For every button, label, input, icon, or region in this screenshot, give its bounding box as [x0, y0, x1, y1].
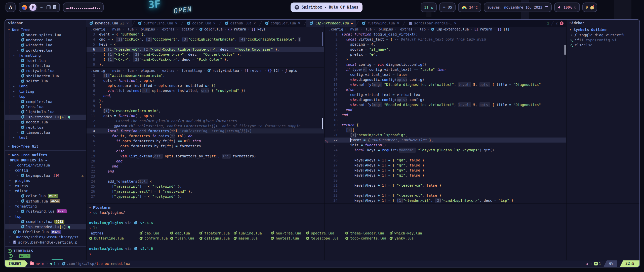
breadcrumb-item[interactable]: .config [91, 69, 105, 73]
breadcrumb-item[interactable]: return [480, 27, 492, 31]
tree-row[interactable]: │ │ lightbulb.lua [5, 109, 86, 114]
gamepad-workspace-icon[interactable]: ∞ [39, 5, 44, 10]
weather-widget[interactable]: 24°C [458, 3, 481, 12]
firefox-workspace-icon[interactable] [22, 5, 27, 10]
updates-widget[interactable]: 11 ↻ [421, 3, 437, 12]
tree-row[interactable]: ~#2859 [5, 253, 86, 258]
neovim-workspace-icon-active[interactable]: V [29, 4, 36, 11]
document-workspace-icon[interactable] [53, 5, 56, 9]
breadcrumb-item[interactable]: extras [400, 27, 413, 31]
breadcrumb-item[interactable]: rustywind.lua [212, 69, 239, 73]
tree-row[interactable]: │ │ color.lua#493 [5, 193, 86, 198]
tree-row[interactable]: ▾.config/nvim/lua [5, 163, 86, 168]
breadcrumb-item[interactable]: plugins [141, 27, 155, 31]
breadcrumb-item[interactable]: plugins [379, 27, 393, 31]
tree-row[interactable]: ▾plugins [5, 178, 86, 183]
tree-row[interactable]: └ bufferline.lua#328 [5, 229, 86, 234]
tab-close-icon[interactable]: × [254, 21, 256, 25]
tab-close-icon[interactable]: × [127, 21, 129, 25]
keyboard-layout-widget[interactable]: ⌨ US [439, 3, 456, 12]
tree-row[interactable]: │ └ timeout.lua [5, 130, 86, 135]
tree-row[interactable]: OPEN BUFFERS in ~ [5, 157, 86, 162]
editor-tab[interactable]: compiler.lua× [262, 20, 304, 27]
section-header[interactable]: ▸Neo-Tree Git [5, 144, 86, 149]
breadcrumb-item[interactable]: lua [128, 69, 134, 73]
tab-close-icon[interactable]: × [397, 21, 399, 25]
breadcrumb-item[interactable]: nvim [350, 27, 358, 31]
tree-row[interactable]: if if type(config.vi [567, 38, 639, 43]
breadcrumb-item[interactable]: plugins [141, 69, 155, 73]
tree-row[interactable]: │ │ undotree.lua [5, 38, 86, 43]
tree-row[interactable]: │ │ lsp-extended.lu[+] [5, 115, 86, 120]
tree-row[interactable]: │ ▸lang [5, 84, 86, 89]
tree-row[interactable]: ▾Juegos/Indies/SteamLibrary/st [5, 234, 86, 240]
tree-row[interactable]: │ └ keymaps.lua#10⚠ [5, 173, 86, 178]
breadcrumb-item[interactable]: return [234, 27, 246, 31]
window-separator[interactable] [86, 67, 324, 67]
floaterm-header[interactable]: ▾ Floaterm [86, 204, 640, 210]
tree-row[interactable]: ▾toggle_diag_virtext fu [567, 32, 639, 37]
tree-row[interactable]: └ scrollbar-handle-vertical.p [5, 240, 86, 245]
tree-row[interactable]: │ ▾lsp [5, 94, 86, 99]
tree-row[interactable]: │ │ winshift.lua [5, 43, 86, 48]
scrollbar-thumb[interactable] [565, 45, 566, 55]
tree-row[interactable]: │ └ sqlfmt.lua [5, 79, 86, 84]
breadcrumb-item[interactable]: opts [289, 69, 297, 73]
breadcrumb-item[interactable]: keys [257, 27, 266, 31]
tree-row[interactable]: │ └ rustywind.lua#726 [5, 209, 86, 214]
tree-row[interactable]: │ │ compiler.lua#682 [5, 219, 86, 224]
tree-row[interactable]: ▾extras [5, 183, 86, 188]
tree-row[interactable]: │ │ rustfmt.lua [5, 63, 86, 68]
breadcrumb-item[interactable]: .config [91, 27, 105, 31]
scrollbar-thumb[interactable] [322, 32, 323, 46]
breadcrumb-item[interactable]: color.lua [204, 27, 223, 31]
breadcrumb-item[interactable]: [2] [274, 69, 280, 73]
breadcrumb-item[interactable]: .config [329, 27, 343, 31]
tab-close-icon[interactable]: × [298, 21, 300, 25]
tree-row[interactable]: │ │ lens.lua [5, 104, 86, 109]
breadcrumb-item[interactable]: nvim [112, 69, 120, 73]
editor-pane-rustywind-lua[interactable]: 3 [1]"williamboman/mason.nvim",4 opts = … [87, 73, 324, 203]
tree-row[interactable]: │ │ rustywind.lua [5, 68, 86, 73]
breadcrumb-item[interactable]: return [250, 69, 262, 73]
breadcrumb-item[interactable]: lua [366, 27, 372, 31]
editor-pane-lsp-extended-lua[interactable]: 1local function toggle_diag_virtext()2 l… [325, 32, 566, 203]
tree-row[interactable]: │ │ isort.lua [5, 58, 86, 63]
tree-row[interactable]: │ ▸test [5, 135, 86, 140]
scrollbar-thumb[interactable] [322, 118, 323, 129]
breadcrumb-item[interactable]: nvim [112, 27, 120, 31]
editor-tab[interactable]: github.lua× [221, 20, 259, 27]
tabpage-current[interactable]: 1 [547, 21, 549, 25]
editor-tab[interactable]: scrollbar-handle-…× [405, 20, 460, 27]
tab-close-icon[interactable]: × [213, 21, 216, 25]
breadcrumb-item[interactable]: extras [162, 69, 175, 73]
tree-row[interactable]: ▾formatting [5, 204, 86, 209]
breadcrumb-item[interactable]: editor [182, 27, 194, 31]
section-header[interactable]: ▾Neo-Tree [5, 27, 86, 32]
floaterm-panel[interactable]: ▾ Floaterm › cd lua/plugins/nvim/lua/plu… [86, 203, 640, 260]
tabpage-other[interactable]: 2 [556, 21, 558, 25]
tree-row[interactable]: │ │ smart-splits.lua [5, 32, 86, 37]
tree-row[interactable]: │ └ worktree.lua [5, 48, 86, 53]
editor-tab[interactable]: keymaps.lua⚠3× [86, 20, 132, 27]
tree-row[interactable]: │ └ github.lua#654 [5, 199, 86, 204]
tree-row[interactable]: │ ▸linting [5, 89, 86, 94]
media-player-widget[interactable]: Spiritbox - Rule Of Nines [291, 3, 363, 12]
editor-tab[interactable]: rustywind.lua× [358, 20, 403, 27]
tab-close-icon[interactable]: × [175, 21, 177, 25]
date-widget[interactable]: jueves, noviembre 16, 2023 [484, 3, 552, 12]
editor-pane-color-lua[interactable]: 3event = { "BufRead" },4cmd = { [1]"CccP… [87, 32, 324, 67]
tree-row[interactable]: ▾config [5, 168, 86, 173]
section-header[interactable]: ▾Neo-Tree Buffers [5, 152, 86, 157]
notifications-widget[interactable]: 9 [582, 3, 597, 12]
breadcrumb-item[interactable]: extras [162, 27, 175, 31]
volume-widget[interactable]: 100% [554, 3, 580, 12]
tree-row[interactable]: │ │ repl.lua [5, 125, 86, 130]
editor-tab[interactable]: color.lua× [183, 20, 219, 27]
tree-row[interactable]: ▾editor [5, 188, 86, 193]
breadcrumb-item[interactable]: lua [128, 27, 134, 31]
tree-row[interactable]: │ │ shellharden.lua [5, 74, 86, 79]
breadcrumb-item[interactable]: lsp-extended.lua [436, 27, 469, 31]
tree-row[interactable]: TERMINALS [5, 248, 86, 253]
editor-tab[interactable]: bufferline.lua× [135, 20, 181, 27]
